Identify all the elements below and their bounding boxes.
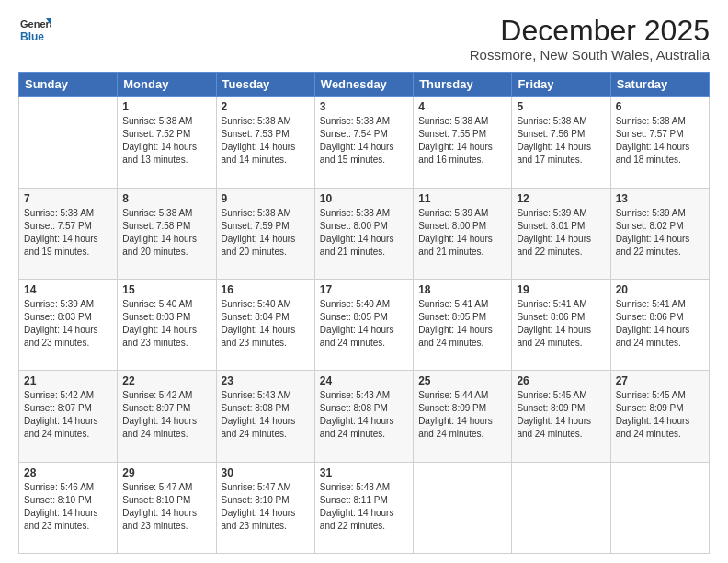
day-info: Sunrise: 5:38 AM Sunset: 7:57 PM Dayligh… [616,115,704,167]
day-number: 9 [222,192,310,205]
day-info: Sunrise: 5:39 AM Sunset: 8:03 PM Dayligh… [24,298,112,350]
day-info: Sunrise: 5:43 AM Sunset: 8:08 PM Dayligh… [320,389,408,441]
day-number: 7 [24,192,112,205]
day-number: 8 [122,192,210,205]
day-number: 2 [222,100,310,113]
day-number: 10 [320,192,408,205]
day-number: 19 [517,283,605,296]
week-row-3: 14Sunrise: 5:39 AM Sunset: 8:03 PM Dayli… [19,279,710,370]
svg-text:General: General [20,18,51,29]
day-info: Sunrise: 5:43 AM Sunset: 8:08 PM Dayligh… [222,389,310,441]
day-info: Sunrise: 5:45 AM Sunset: 8:09 PM Dayligh… [517,389,605,441]
day-number: 18 [418,283,506,296]
day-info: Sunrise: 5:38 AM Sunset: 7:54 PM Dayligh… [320,115,408,167]
cell-w5-d5 [414,462,512,553]
cell-w4-d6: 26Sunrise: 5:45 AM Sunset: 8:09 PM Dayli… [512,371,610,462]
day-number: 29 [122,466,210,479]
cell-w2-d3: 9Sunrise: 5:38 AM Sunset: 7:59 PM Daylig… [216,188,314,279]
day-info: Sunrise: 5:41 AM Sunset: 8:05 PM Dayligh… [418,298,506,350]
cell-w2-d1: 7Sunrise: 5:38 AM Sunset: 7:57 PM Daylig… [19,188,118,279]
week-row-5: 28Sunrise: 5:46 AM Sunset: 8:10 PM Dayli… [19,462,710,553]
calendar-table: SundayMondayTuesdayWednesdayThursdayFrid… [18,72,710,554]
week-row-4: 21Sunrise: 5:42 AM Sunset: 8:07 PM Dayli… [19,371,710,462]
day-info: Sunrise: 5:42 AM Sunset: 8:07 PM Dayligh… [24,389,112,441]
cell-w3-d6: 19Sunrise: 5:41 AM Sunset: 8:06 PM Dayli… [512,279,610,370]
day-info: Sunrise: 5:42 AM Sunset: 8:07 PM Dayligh… [122,389,210,441]
day-number: 23 [222,374,310,387]
day-number: 4 [418,100,506,113]
cell-w2-d7: 13Sunrise: 5:39 AM Sunset: 8:02 PM Dayli… [610,188,709,279]
week-row-1: 1Sunrise: 5:38 AM Sunset: 7:52 PM Daylig… [19,97,710,188]
day-info: Sunrise: 5:38 AM Sunset: 7:55 PM Dayligh… [418,115,506,167]
day-info: Sunrise: 5:39 AM Sunset: 8:00 PM Dayligh… [418,207,506,259]
day-info: Sunrise: 5:47 AM Sunset: 8:10 PM Dayligh… [122,481,210,533]
cell-w1-d4: 3Sunrise: 5:38 AM Sunset: 7:54 PM Daylig… [314,97,413,188]
cell-w1-d1 [19,97,118,188]
day-number: 11 [418,192,506,205]
day-number: 12 [517,192,605,205]
cell-w3-d5: 18Sunrise: 5:41 AM Sunset: 8:05 PM Dayli… [414,279,512,370]
cell-w1-d6: 5Sunrise: 5:38 AM Sunset: 7:56 PM Daylig… [512,97,610,188]
day-info: Sunrise: 5:38 AM Sunset: 8:00 PM Dayligh… [320,207,408,259]
day-info: Sunrise: 5:40 AM Sunset: 8:03 PM Dayligh… [122,298,210,350]
logo-svg: General Blue [18,15,51,48]
day-info: Sunrise: 5:40 AM Sunset: 8:05 PM Dayligh… [320,298,408,350]
day-info: Sunrise: 5:45 AM Sunset: 8:09 PM Dayligh… [616,389,704,441]
cell-w5-d1: 28Sunrise: 5:46 AM Sunset: 8:10 PM Dayli… [19,462,118,553]
day-number: 27 [616,374,704,387]
main-title: December 2025 [470,15,710,47]
day-info: Sunrise: 5:38 AM Sunset: 7:59 PM Dayligh… [222,207,310,259]
day-number: 21 [24,374,112,387]
cell-w3-d4: 17Sunrise: 5:40 AM Sunset: 8:05 PM Dayli… [314,279,413,370]
cell-w4-d2: 22Sunrise: 5:42 AM Sunset: 8:07 PM Dayli… [118,371,216,462]
day-number: 24 [320,374,408,387]
header-saturday: Saturday [610,73,709,97]
day-info: Sunrise: 5:38 AM Sunset: 7:53 PM Dayligh… [222,115,310,167]
title-block: December 2025 Rossmore, New South Wales,… [470,15,710,63]
logo: General Blue [18,15,51,48]
header: General Blue December 2025 Rossmore, New… [18,15,710,63]
cell-w5-d4: 31Sunrise: 5:48 AM Sunset: 8:11 PM Dayli… [314,462,413,553]
header-thursday: Thursday [414,73,512,97]
cell-w3-d3: 16Sunrise: 5:40 AM Sunset: 8:04 PM Dayli… [216,279,314,370]
cell-w4-d5: 25Sunrise: 5:44 AM Sunset: 8:09 PM Dayli… [414,371,512,462]
day-number: 25 [418,374,506,387]
day-number: 26 [517,374,605,387]
cell-w1-d3: 2Sunrise: 5:38 AM Sunset: 7:53 PM Daylig… [216,97,314,188]
header-sunday: Sunday [19,73,118,97]
cell-w3-d7: 20Sunrise: 5:41 AM Sunset: 8:06 PM Dayli… [610,279,709,370]
header-monday: Monday [118,73,216,97]
day-info: Sunrise: 5:41 AM Sunset: 8:06 PM Dayligh… [616,298,704,350]
day-number: 13 [616,192,704,205]
day-number: 14 [24,283,112,296]
cell-w5-d2: 29Sunrise: 5:47 AM Sunset: 8:10 PM Dayli… [118,462,216,553]
day-info: Sunrise: 5:38 AM Sunset: 7:56 PM Dayligh… [517,115,605,167]
cell-w4-d1: 21Sunrise: 5:42 AM Sunset: 8:07 PM Dayli… [19,371,118,462]
cell-w2-d6: 12Sunrise: 5:39 AM Sunset: 8:01 PM Dayli… [512,188,610,279]
day-number: 6 [616,100,704,113]
day-info: Sunrise: 5:39 AM Sunset: 8:02 PM Dayligh… [616,207,704,259]
cell-w3-d1: 14Sunrise: 5:39 AM Sunset: 8:03 PM Dayli… [19,279,118,370]
subtitle: Rossmore, New South Wales, Australia [470,47,710,63]
day-info: Sunrise: 5:40 AM Sunset: 8:04 PM Dayligh… [222,298,310,350]
day-info: Sunrise: 5:41 AM Sunset: 8:06 PM Dayligh… [517,298,605,350]
cell-w1-d5: 4Sunrise: 5:38 AM Sunset: 7:55 PM Daylig… [414,97,512,188]
cell-w1-d7: 6Sunrise: 5:38 AM Sunset: 7:57 PM Daylig… [610,97,709,188]
day-number: 22 [122,374,210,387]
svg-text:Blue: Blue [20,30,44,43]
day-number: 5 [517,100,605,113]
day-info: Sunrise: 5:38 AM Sunset: 7:58 PM Dayligh… [122,207,210,259]
cell-w2-d2: 8Sunrise: 5:38 AM Sunset: 7:58 PM Daylig… [118,188,216,279]
day-info: Sunrise: 5:38 AM Sunset: 7:57 PM Dayligh… [24,207,112,259]
calendar-header-row: SundayMondayTuesdayWednesdayThursdayFrid… [19,73,710,97]
day-number: 15 [122,283,210,296]
cell-w1-d2: 1Sunrise: 5:38 AM Sunset: 7:52 PM Daylig… [118,97,216,188]
day-info: Sunrise: 5:46 AM Sunset: 8:10 PM Dayligh… [24,481,112,533]
cell-w4-d4: 24Sunrise: 5:43 AM Sunset: 8:08 PM Dayli… [314,371,413,462]
cell-w2-d5: 11Sunrise: 5:39 AM Sunset: 8:00 PM Dayli… [414,188,512,279]
cell-w5-d3: 30Sunrise: 5:47 AM Sunset: 8:10 PM Dayli… [216,462,314,553]
cell-w4-d3: 23Sunrise: 5:43 AM Sunset: 8:08 PM Dayli… [216,371,314,462]
cell-w3-d2: 15Sunrise: 5:40 AM Sunset: 8:03 PM Dayli… [118,279,216,370]
week-row-2: 7Sunrise: 5:38 AM Sunset: 7:57 PM Daylig… [19,188,710,279]
day-number: 20 [616,283,704,296]
